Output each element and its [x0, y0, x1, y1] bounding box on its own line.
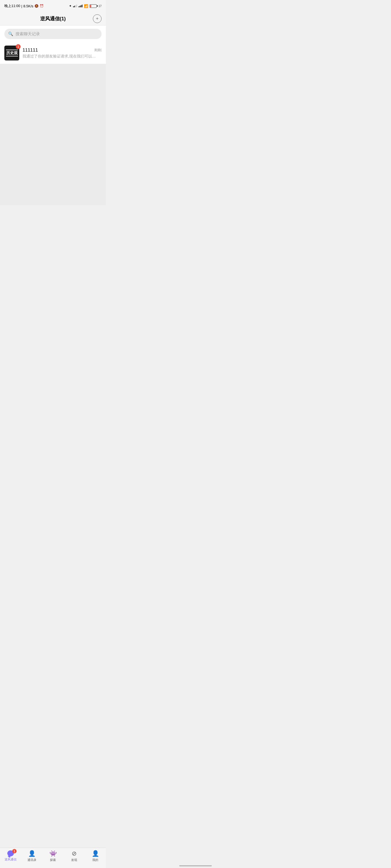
avatar-line-top	[6, 50, 18, 50]
plus-icon: ＋	[95, 16, 100, 22]
signal-bars-1	[73, 5, 77, 7]
alarm-icon: ⏰	[40, 4, 44, 8]
search-placeholder: 搜索聊天记录	[16, 31, 40, 37]
chat-item[interactable]: 历史观 1 111111 刚刚 我通过了你的朋友验证请求,现在我们可以…	[0, 42, 106, 64]
battery-level: 17	[99, 5, 102, 8]
avatar-text: 历史观	[6, 51, 18, 55]
search-container: 🔍 搜索聊天记录	[0, 26, 106, 42]
empty-area	[0, 64, 106, 205]
mute-icon: 🔕	[34, 4, 38, 8]
chat-header-row: 111111 刚刚	[23, 48, 102, 53]
page-title: 逆风通信(1)	[40, 16, 66, 22]
bluetooth-icon: ✦	[69, 4, 72, 8]
chat-preview: 我通过了你的朋友验证请求,现在我们可以…	[23, 54, 102, 59]
header: 逆风通信(1) ＋	[0, 12, 106, 26]
chat-time: 刚刚	[94, 48, 102, 53]
avatar-wrap: 历史观 1	[4, 45, 19, 61]
status-network: 8.5K/s	[23, 4, 33, 8]
status-separator: |	[22, 4, 22, 8]
wifi-icon: 📶	[84, 4, 88, 8]
status-time: 晚上11:00	[4, 3, 20, 8]
add-button[interactable]: ＋	[93, 14, 102, 23]
avatar-line-bottom	[6, 56, 18, 56]
battery-icon	[90, 4, 97, 8]
status-right: ✦ 📶 17	[69, 4, 102, 8]
chat-name: 111111	[23, 48, 38, 53]
status-bar: 晚上11:00 | 8.5K/s 🔕 ⏰ ✦ 📶 17	[0, 0, 106, 12]
unread-badge: 1	[16, 44, 21, 49]
status-left: 晚上11:00 | 8.5K/s 🔕 ⏰	[4, 3, 44, 8]
signal-bars-2	[79, 5, 83, 7]
chat-content: 111111 刚刚 我通过了你的朋友验证请求,现在我们可以…	[23, 48, 102, 59]
search-bar[interactable]: 🔍 搜索聊天记录	[4, 29, 102, 39]
search-icon: 🔍	[8, 31, 13, 36]
chat-list: 历史观 1 111111 刚刚 我通过了你的朋友验证请求,现在我们可以…	[0, 42, 106, 64]
